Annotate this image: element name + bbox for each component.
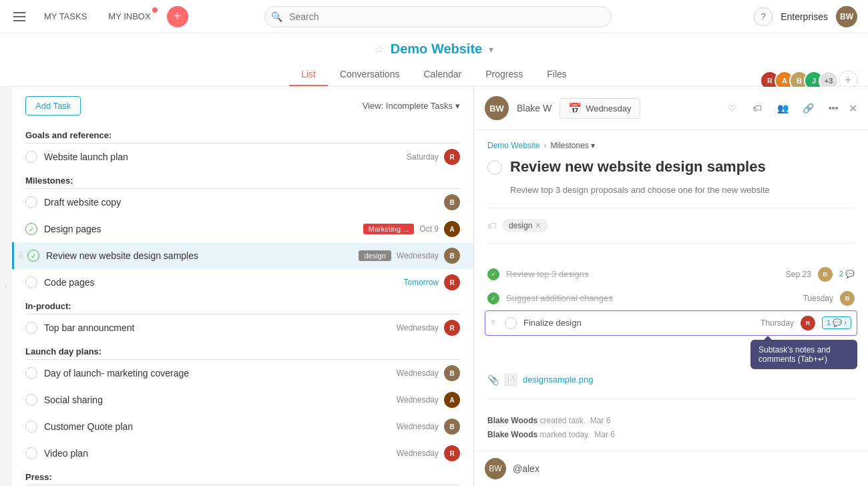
hamburger-menu[interactable]: [11, 9, 28, 24]
collapse-left-panel[interactable]: ‹: [0, 87, 12, 486]
task-name: Design pages: [44, 224, 357, 234]
task-assignee-avatar: B: [444, 248, 460, 264]
task-row[interactable]: Day of launch- marketing coverage Wednes…: [12, 360, 473, 387]
drag-handle[interactable]: ⠿: [18, 251, 24, 260]
task-meta: Saturday R: [407, 149, 460, 165]
tab-conversations[interactable]: Conversations: [328, 63, 412, 86]
task-checkbox[interactable]: [25, 276, 37, 288]
task-meta: Wednesday R: [397, 445, 460, 461]
assignee-name: Blake W: [517, 103, 552, 113]
remove-tag-button[interactable]: ✕: [535, 221, 541, 230]
task-date: Wednesday: [397, 422, 439, 431]
like-button[interactable]: ♡: [722, 98, 742, 118]
activity-section: Blake Woods created task. Mar 6 Blake Wo…: [474, 406, 868, 451]
design-tag-chip[interactable]: design ✕: [502, 219, 548, 232]
task-assignee-avatar: A: [444, 221, 460, 237]
task-title-row: Review new website design samples: [487, 158, 855, 176]
task-meta: Marketing ... Oct 9 A: [363, 221, 460, 237]
task-row[interactable]: Video plan Wednesday R: [12, 440, 473, 467]
tab-list[interactable]: List: [289, 63, 328, 86]
due-date-button[interactable]: 📅 Wednesday: [560, 98, 640, 119]
task-meta: Wednesday B: [397, 419, 460, 435]
add-task-button[interactable]: Add Task: [25, 96, 81, 115]
add-new-button[interactable]: +: [167, 6, 188, 27]
task-row[interactable]: Social sharing Wednesday A: [12, 387, 473, 413]
task-row[interactable]: ⠿ Design pages Marketing ... Oct 9 A: [12, 216, 473, 242]
task-row[interactable]: ⠿ Website launch plan Saturday R: [12, 144, 473, 170]
tab-calendar[interactable]: Calendar: [411, 63, 473, 86]
task-row-selected[interactable]: ⠿ Review new website design samples desi…: [12, 242, 473, 269]
left-panel: ‹ Add Task View: Incomplete Tasks ▾ Goal…: [0, 87, 474, 486]
subtask-comment-btn[interactable]: 1 💬 ›: [822, 316, 851, 329]
tag-button[interactable]: 🏷: [747, 98, 767, 118]
project-header-wrap: ☆ Demo Website ▾ List Conversations Cale…: [0, 33, 868, 87]
more-options-button[interactable]: •••: [823, 98, 843, 118]
task-checkbox[interactable]: [25, 421, 37, 433]
task-checkbox-checked[interactable]: [27, 250, 39, 262]
task-checkbox[interactable]: [25, 394, 37, 406]
subtask-comment-count[interactable]: 2 💬: [839, 270, 855, 278]
subtask-checkbox[interactable]: [505, 317, 517, 329]
link-button[interactable]: 🔗: [798, 98, 818, 118]
project-chevron-icon[interactable]: ▾: [489, 44, 493, 55]
tooltip-subtask-notes: Subtask's notes and comments (Tab+↵): [750, 340, 857, 369]
task-name: Social sharing: [44, 395, 390, 405]
tag-icon: 🏷: [487, 220, 497, 231]
task-row[interactable]: ⠿ Draft website copy B: [12, 189, 473, 216]
subtask-assignee-avatar: B: [840, 291, 855, 306]
drag-handle-subtask[interactable]: ⠿: [491, 319, 495, 326]
section-launch-day: Launch day plans:: [12, 341, 473, 359]
task-name: Review new website design samples: [46, 250, 352, 261]
my-inbox-button[interactable]: MY INBOX: [103, 9, 156, 24]
task-checkbox[interactable]: [25, 322, 37, 334]
search-input[interactable]: [264, 6, 612, 27]
tab-files[interactable]: Files: [535, 63, 579, 86]
user-avatar[interactable]: BW: [836, 6, 857, 27]
finalize-design-container: ⠿ Finalize design Thursday R 1 💬 › Subta…: [485, 310, 857, 336]
task-row[interactable]: Customer Quote plan Wednesday B: [12, 413, 473, 440]
star-icon[interactable]: ☆: [375, 43, 384, 55]
task-date: Saturday: [407, 152, 439, 162]
task-checkbox[interactable]: [25, 196, 37, 208]
subtask-row[interactable]: Suggest additional changes Tuesday B: [474, 286, 868, 310]
subtask-date-thursday: Thursday: [761, 318, 794, 328]
collaborators-button[interactable]: 👥: [773, 98, 793, 118]
breadcrumb-project-link[interactable]: Demo Website: [487, 141, 539, 150]
task-assignee-avatar[interactable]: BW: [485, 96, 509, 120]
task-name: Draft website copy: [44, 197, 437, 208]
subtask-checkbox-done[interactable]: [487, 292, 499, 304]
task-name: Video plan: [44, 448, 390, 459]
task-checkbox-checked[interactable]: [25, 223, 37, 235]
header-actions: ♡ 🏷 👥 🔗 ••• ✕: [722, 98, 857, 118]
task-complete-checkbox[interactable]: [487, 160, 502, 175]
task-row[interactable]: Top bar announcment Wednesday R: [12, 314, 473, 341]
subtask-row[interactable]: Review top 3 designs Sep 23 B 2 💬: [474, 262, 868, 286]
attachment-filename[interactable]: designsample.png: [523, 375, 594, 385]
breadcrumb-section-link[interactable]: Milestones ▾: [550, 141, 594, 150]
due-date-label: Wednesday: [586, 103, 631, 113]
my-tasks-button[interactable]: MY TASKS: [39, 9, 92, 24]
task-date: Wednesday: [397, 449, 439, 458]
task-meta: B: [444, 194, 460, 210]
marketing-tag-badge: Marketing ...: [363, 224, 415, 234]
subtask-date: Sep 23: [786, 270, 811, 279]
tag-row: 🏷 design ✕: [487, 216, 855, 235]
close-right-panel-button[interactable]: ✕: [849, 102, 857, 115]
nav-right-section: ? Enterprises BW: [754, 6, 857, 27]
comment-input[interactable]: [513, 463, 857, 474]
help-button[interactable]: ?: [754, 7, 773, 26]
task-checkbox[interactable]: [25, 447, 37, 459]
tab-progress[interactable]: Progress: [473, 63, 535, 86]
view-selector[interactable]: View: Incomplete Tasks ▾: [363, 101, 460, 111]
task-row[interactable]: ⠿ Code pages Tomorrow R: [12, 269, 473, 296]
subtask-name: Review top 3 designs: [506, 269, 779, 279]
task-date: Wednesday: [397, 323, 439, 332]
subtask-row-active[interactable]: ⠿ Finalize design Thursday R 1 💬 ›: [485, 310, 857, 336]
task-checkbox[interactable]: [25, 151, 37, 163]
task-checkbox[interactable]: [25, 367, 37, 379]
subtask-assignee-avatar: R: [801, 316, 815, 330]
divider-2: [487, 243, 855, 244]
file-icon: 📄: [504, 373, 517, 387]
project-header: ☆ Demo Website ▾ List Conversations Cale…: [0, 33, 868, 87]
subtask-checkbox-done[interactable]: [487, 268, 499, 280]
